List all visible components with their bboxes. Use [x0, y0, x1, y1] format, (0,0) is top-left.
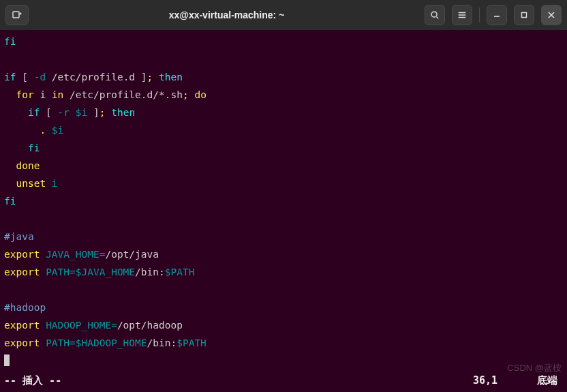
titlebar-right	[425, 5, 562, 25]
code-token: $PATH	[177, 337, 206, 348]
new-tab-button[interactable]	[5, 5, 29, 25]
code-line[interactable]	[4, 281, 563, 299]
code-token: HADOOP_HOME=	[46, 320, 117, 331]
code-token: $i	[52, 125, 63, 136]
search-button[interactable]	[425, 5, 445, 25]
cursor-position: 36,1	[473, 372, 497, 389]
code-token: #hadoop	[4, 302, 46, 313]
code-token: fi	[4, 196, 16, 207]
search-icon	[430, 10, 440, 20]
cursor-line	[4, 352, 563, 370]
code-token: do	[194, 89, 206, 100]
code-token	[46, 125, 52, 136]
code-token: i	[52, 178, 58, 189]
menu-button[interactable]	[452, 5, 472, 25]
code-token: fi	[4, 36, 16, 47]
editor-content[interactable]: fi if [ -d /etc/profile.d ]; then for i …	[4, 33, 563, 352]
maximize-icon	[520, 11, 528, 19]
code-line[interactable]: export JAVA_HOME=/opt/java	[4, 245, 563, 263]
code-token: $PATH	[165, 267, 195, 277]
code-token: for	[16, 89, 33, 100]
code-token	[4, 142, 28, 153]
code-line[interactable]	[4, 50, 563, 68]
code-token: /opt/hadoop	[117, 320, 183, 331]
close-icon	[547, 11, 555, 19]
code-line[interactable]: #java	[4, 228, 563, 245]
code-token	[40, 337, 46, 348]
code-token: $JAVA_HOME	[76, 267, 135, 277]
code-token: then	[159, 72, 183, 82]
code-token: done	[16, 160, 40, 171]
code-token: i	[34, 89, 52, 100]
code-token: /bin:	[147, 337, 177, 348]
code-token: export	[4, 267, 40, 277]
code-line[interactable]: . $i	[4, 121, 563, 139]
code-token: #java	[4, 231, 34, 242]
code-token	[4, 178, 16, 189]
vim-mode: -- 插入 --	[4, 372, 61, 389]
svg-rect-0	[13, 12, 19, 18]
code-token: /etc/profile.d/*.sh	[63, 89, 183, 100]
code-token: [	[40, 107, 57, 118]
svg-rect-2	[522, 13, 527, 18]
code-token: [	[16, 72, 33, 82]
window-title: xx@xx-virtual-machine: ~	[29, 10, 425, 20]
code-line[interactable]: fi	[4, 139, 563, 157]
vim-status-line: -- 插入 -- 36,1 底端	[4, 372, 563, 389]
code-line[interactable]: export HADOOP_HOME=/opt/hadoop	[4, 316, 563, 334]
code-token	[105, 107, 111, 118]
code-line[interactable]: export PATH=$HADOOP_HOME/bin:$PATH	[4, 334, 563, 352]
code-token: $HADOOP_HOME	[76, 337, 147, 348]
text-cursor	[4, 355, 10, 366]
code-line[interactable]: unset i	[4, 175, 563, 192]
code-token	[70, 107, 76, 118]
code-token: if	[4, 72, 16, 82]
window-titlebar: xx@xx-virtual-machine: ~	[0, 0, 567, 30]
code-token: PATH=	[46, 267, 76, 277]
code-token: ]	[87, 107, 99, 118]
code-token: -r	[58, 107, 70, 118]
code-line[interactable]: done	[4, 157, 563, 175]
code-token: PATH=	[46, 337, 76, 348]
code-token: then	[111, 107, 135, 118]
hamburger-icon	[457, 10, 467, 20]
code-token: /opt/java	[105, 249, 159, 260]
code-token: export	[4, 249, 40, 260]
code-line[interactable]: fi	[4, 192, 563, 210]
code-token: ;	[147, 72, 153, 82]
titlebar-left	[5, 5, 29, 25]
code-line[interactable]: fi	[4, 33, 563, 50]
code-token: .	[40, 125, 46, 136]
code-token	[40, 249, 46, 260]
code-line[interactable]: if [ -d /etc/profile.d ]; then	[4, 68, 563, 86]
code-line[interactable]	[4, 210, 563, 228]
code-token	[4, 107, 28, 118]
code-token: ;	[183, 89, 189, 100]
code-token	[4, 160, 16, 171]
titlebar-separator	[479, 7, 480, 22]
code-token	[153, 72, 159, 82]
code-line[interactable]: export PATH=$JAVA_HOME/bin:$PATH	[4, 263, 563, 281]
terminal-viewport[interactable]: fi if [ -d /etc/profile.d ]; then for i …	[0, 30, 567, 392]
svg-point-1	[431, 12, 437, 17]
code-token: /etc/profile.d ]	[46, 72, 147, 82]
code-token: $i	[76, 107, 87, 118]
code-line[interactable]: #hadoop	[4, 299, 563, 316]
close-button[interactable]	[541, 5, 562, 25]
code-token: if	[28, 107, 40, 118]
code-token	[4, 125, 40, 136]
code-token	[40, 320, 46, 331]
code-token: export	[4, 337, 40, 348]
code-token: fi	[28, 142, 40, 153]
minimize-icon	[493, 11, 501, 19]
minimize-button[interactable]	[487, 5, 507, 25]
code-token	[46, 178, 52, 189]
maximize-button[interactable]	[514, 5, 534, 25]
scroll-percent: 底端	[537, 372, 557, 389]
code-line[interactable]: for i in /etc/profile.d/*.sh; do	[4, 86, 563, 104]
code-line[interactable]: if [ -r $i ]; then	[4, 104, 563, 121]
code-token	[4, 89, 16, 100]
code-token: /bin:	[135, 267, 165, 277]
code-token: -d	[34, 72, 46, 82]
code-token: unset	[16, 178, 46, 189]
